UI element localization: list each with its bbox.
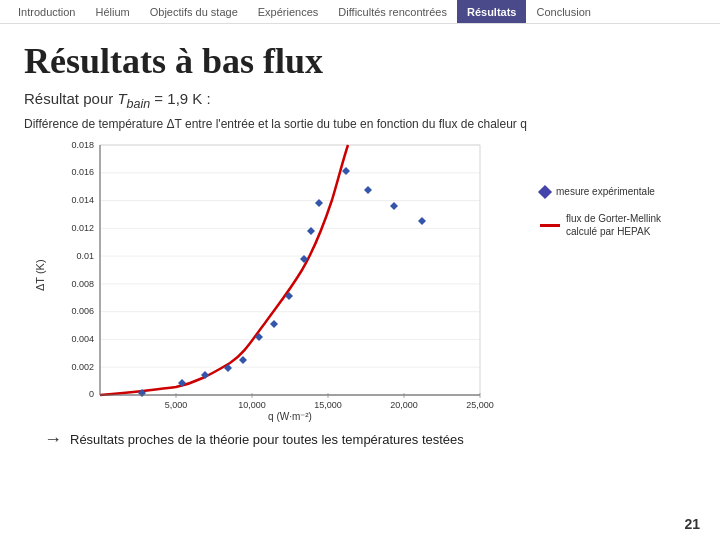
- bottom-note-text: Résultats proches de la théorie pour tou…: [70, 432, 464, 447]
- chart-area: 0.018 0.016 0.014 0.012 0.01 0.008 0.006…: [50, 135, 530, 425]
- page-number: 21: [684, 516, 700, 532]
- svg-text:q (W·m⁻²): q (W·m⁻²): [268, 411, 312, 422]
- nav-item-introduction[interactable]: Introduction: [8, 0, 85, 23]
- nav-item-helium[interactable]: Hélium: [85, 0, 139, 23]
- svg-text:0.004: 0.004: [71, 334, 94, 344]
- nav-item-difficultes[interactable]: Difficultés rencontrées: [328, 0, 457, 23]
- svg-rect-0: [100, 145, 480, 395]
- svg-text:0.008: 0.008: [71, 279, 94, 289]
- subtitle: Résultat pour Tbain = 1,9 K :: [24, 90, 696, 111]
- bottom-note: → Résultats proches de la théorie pour t…: [44, 429, 696, 450]
- svg-text:0.014: 0.014: [71, 195, 94, 205]
- svg-text:0.018: 0.018: [71, 140, 94, 150]
- legend-text-experimental: mesure expérimentale: [556, 185, 655, 198]
- legend-dot-experimental: [538, 184, 552, 198]
- subtitle-prefix: Résultat pour: [24, 90, 117, 107]
- arrow-icon: →: [44, 429, 62, 450]
- legend-gorter-mellink: flux de Gorter-Mellink calculé par HEPAK: [540, 212, 661, 238]
- svg-text:0.016: 0.016: [71, 167, 94, 177]
- page-title: Résultats à bas flux: [24, 40, 696, 82]
- nav-item-experiences[interactable]: Expériences: [248, 0, 329, 23]
- chart-svg: 0.018 0.016 0.014 0.012 0.01 0.008 0.006…: [50, 135, 530, 425]
- svg-text:10,000: 10,000: [238, 400, 266, 410]
- chart-caption: Différence de température ΔT entre l'ent…: [24, 117, 696, 131]
- svg-text:0.01: 0.01: [76, 251, 94, 261]
- svg-text:15,000: 15,000: [314, 400, 342, 410]
- subtitle-suffix: = 1,9 K :: [150, 90, 210, 107]
- svg-text:0.002: 0.002: [71, 362, 94, 372]
- nav-bar: Introduction Hélium Objectifs du stage E…: [0, 0, 720, 24]
- svg-text:0: 0: [89, 389, 94, 399]
- main-content: Résultats à bas flux Résultat pour Tbain…: [0, 24, 720, 460]
- svg-text:25,000: 25,000: [466, 400, 494, 410]
- svg-text:20,000: 20,000: [390, 400, 418, 410]
- svg-text:5,000: 5,000: [165, 400, 188, 410]
- svg-text:0.006: 0.006: [71, 306, 94, 316]
- y-axis-label: ΔT (K): [34, 135, 46, 415]
- legend-area: mesure expérimentale flux de Gorter-Mell…: [540, 185, 661, 246]
- nav-item-conclusion[interactable]: Conclusion: [526, 0, 600, 23]
- subtitle-tbain: Tbain: [117, 90, 150, 107]
- legend-line-gorter: [540, 224, 560, 227]
- nav-item-objectifs[interactable]: Objectifs du stage: [140, 0, 248, 23]
- legend-text-gorter: flux de Gorter-Mellink calculé par HEPAK: [566, 212, 661, 238]
- legend-experimental: mesure expérimentale: [540, 185, 661, 198]
- nav-item-resultats[interactable]: Résultats: [457, 0, 527, 23]
- svg-text:0.012: 0.012: [71, 223, 94, 233]
